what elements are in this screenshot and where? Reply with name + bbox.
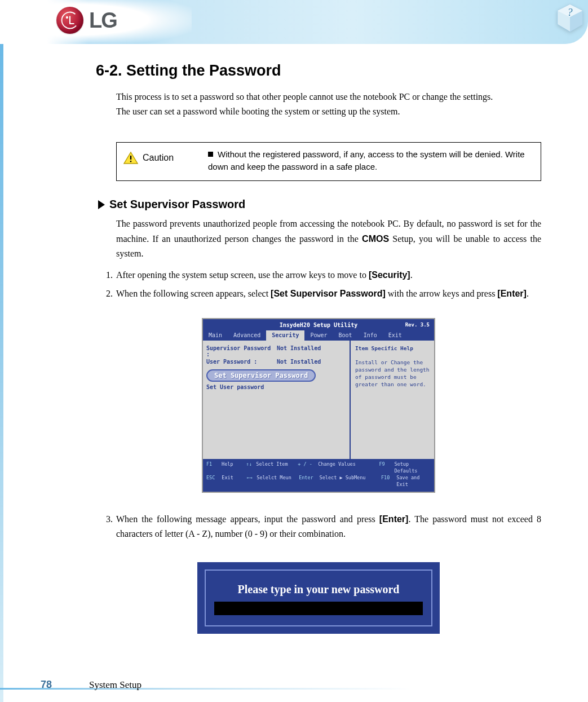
page-footer [0, 673, 588, 690]
svg-text:?: ? [567, 6, 573, 18]
step-num: 1. [104, 268, 116, 282]
bios-footer: F1 Help ↑↓ Select Item + / - Change Valu… [203, 459, 434, 492]
step2-a: When the following screen appears, selec… [116, 289, 271, 298]
page-title: 6-2. Setting the Password [96, 62, 541, 80]
caution-label: Caution [143, 153, 174, 163]
bios-tab-security[interactable]: Security [266, 330, 304, 341]
svg-point-1 [66, 16, 68, 19]
bios-tab-main[interactable]: Main [203, 330, 228, 341]
help-cube-icon: ? [554, 2, 586, 34]
svg-rect-7 [130, 156, 131, 160]
step1-a: After opening the system setup screen, u… [116, 270, 369, 280]
warning-icon [123, 152, 138, 164]
page-number: 78 [41, 679, 52, 691]
password-prompt: Please type in your new password [214, 583, 423, 596]
fkey: F9 [379, 461, 394, 475]
para-bold: CMOS [362, 234, 389, 244]
lg-face-icon [56, 7, 83, 34]
step-3: 3. When the following message appears, i… [104, 512, 541, 542]
footer-band [0, 688, 588, 690]
bios-row-label: Supervisor Password : [206, 345, 277, 357]
fkey: ↑↓ [242, 461, 256, 475]
bios-tab-info[interactable]: Info [358, 330, 383, 341]
bios-tabs: Main Advanced Security Power Boot Info E… [203, 330, 434, 341]
bios-row: User Password : Not Installed [206, 359, 346, 365]
page-content: 6-2. Setting the Password This process i… [96, 62, 541, 634]
bios-tab-boot[interactable]: Boot [333, 330, 358, 341]
password-dialog: Please type in your new password [197, 562, 440, 634]
fkey: Enter [299, 475, 319, 488]
bios-tab-power[interactable]: Power [304, 330, 333, 341]
step1-bold: [Security] [369, 270, 410, 280]
svg-rect-8 [130, 161, 131, 162]
bios-title-text: InsydeH20 Setup Utility [280, 322, 357, 328]
step-2: 2. When the following screen appears, se… [104, 286, 541, 301]
flabel: Selelct Meun [257, 475, 299, 488]
bios-help-title: Item Specific Help [355, 345, 430, 351]
fkey: + / - [298, 461, 318, 475]
flabel: Select ▶ SubMenu [320, 475, 381, 488]
step-1: 1. After opening the system setup screen… [104, 268, 541, 282]
bios-selected-item[interactable]: Set Supervisor Password [206, 369, 316, 382]
bios-help-panel: Item Specific Help Install or Change the… [350, 341, 434, 459]
bios-screenshot: InsydeH20 Setup Utility Rev. 3.5 Main Ad… [202, 318, 435, 493]
left-stripe [0, 44, 3, 702]
flabel: Exit [222, 475, 242, 488]
step-num: 3. [104, 512, 116, 542]
flabel: Select Item [256, 461, 298, 475]
subheading: Set Supervisor Password [109, 198, 245, 211]
fkey: ←→ [242, 475, 257, 488]
step3-a: When the following message appears, inpu… [116, 514, 379, 524]
caution-text: Without the registered password, if any,… [208, 148, 534, 173]
step2-d: [Enter] [497, 289, 527, 298]
bios-help-text: Install or Change the password and the l… [355, 359, 430, 388]
subheading-row: Set Supervisor Password [96, 198, 541, 211]
bios-titlebar: InsydeH20 Setup Utility Rev. 3.5 [203, 319, 434, 330]
bios-tab-exit[interactable]: Exit [383, 330, 408, 341]
password-input[interactable] [214, 602, 423, 615]
brand-logo: LG [56, 7, 117, 34]
step2-c: with the arrow keys and press [386, 289, 498, 298]
bios-row-label: User Password : [206, 359, 277, 365]
fkey: ESC [206, 475, 222, 488]
bios-revision: Rev. 3.5 [405, 322, 430, 328]
fkey: F10 [381, 475, 396, 488]
step1-c: . [410, 270, 413, 280]
square-bullet-icon [208, 152, 213, 157]
bios-row-value: Not Installed [277, 345, 321, 357]
bios-main-panel: Supervisor Password : Not Installed User… [203, 341, 350, 459]
brand-text: LG [89, 8, 117, 33]
bios-tab-advanced[interactable]: Advanced [228, 330, 266, 341]
step2-e: . [527, 289, 529, 298]
bios-row-value: Not Installed [277, 359, 321, 365]
intro-text-2: The user can set a password while bootin… [116, 104, 541, 119]
flabel: Help [222, 461, 242, 475]
triangle-bullet-icon [98, 200, 105, 209]
flabel: Change Values [318, 461, 379, 475]
caution-body: Without the registered password, if any,… [208, 149, 525, 171]
section-para: The password prevents unauthorized peopl… [116, 217, 541, 261]
bios-row: Supervisor Password : Not Installed [206, 345, 346, 357]
step2-b: [Set Supervisor Password] [271, 289, 386, 298]
bios-set-user-password[interactable]: Set User password [206, 384, 346, 390]
flabel: Setup Defaults [394, 461, 431, 475]
footer-section: System Setup [89, 679, 142, 691]
step3-b: [Enter] [379, 514, 409, 524]
caution-box: Caution Without the registered password,… [116, 142, 541, 182]
intro-text-1: This process is to set a password so tha… [116, 90, 541, 104]
flabel: Save and Exit [396, 475, 431, 488]
step-num: 2. [104, 286, 116, 301]
fkey: F1 [206, 461, 222, 475]
